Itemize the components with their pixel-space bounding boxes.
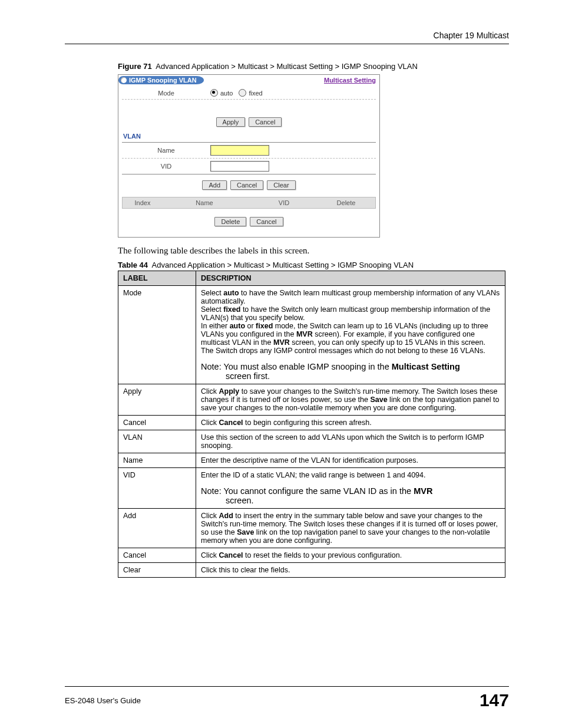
table-row: Apply Click Apply to save your changes t… [118, 384, 505, 416]
cancel-button[interactable]: Cancel [249, 117, 282, 127]
cancel3-button[interactable]: Cancel [250, 217, 283, 226]
vid-input[interactable] [210, 161, 269, 172]
col-delete: Delete [319, 199, 373, 206]
col-name: Name [160, 199, 249, 206]
table-row: Cancel Click Cancel to begin configuring… [118, 416, 505, 430]
table-row: VLAN Use this section of the screen to a… [118, 430, 505, 453]
radio-fixed[interactable] [239, 89, 246, 97]
mode-label: Mode [122, 90, 210, 97]
table-row: Name Enter the descriptive name of the V… [118, 453, 505, 468]
row-clear-label: Clear [118, 563, 196, 578]
table-row: Add Click Add to insert the entry in the… [118, 509, 505, 548]
row-add-desc: Click Add to insert the entry in the sum… [196, 509, 505, 548]
table-row: Mode Select auto to have the Switch lear… [118, 286, 505, 384]
figure-label: Figure 71 [118, 62, 152, 71]
apply-button[interactable]: Apply [216, 117, 246, 127]
name-input[interactable] [210, 145, 269, 156]
table-row: Cancel Click Cancel to reset the fields … [118, 548, 505, 563]
table-caption: Table 44 Advanced Application > Multicas… [118, 261, 509, 269]
radio-fixed-label: fixed [249, 90, 262, 97]
row-cancel2-label: Cancel [118, 548, 196, 563]
row-name-label: Name [118, 453, 196, 468]
th-label: LABEL [118, 271, 196, 286]
row-mode-desc: Select auto to have the Switch learn mul… [196, 286, 505, 384]
vlan-section-heading: VLAN [123, 133, 376, 140]
chapter-title: Chapter 19 Multicast [65, 31, 509, 40]
table-row: VID Enter the ID of a static VLAN; the v… [118, 468, 505, 509]
vid-label: VID [122, 163, 210, 170]
page-number: 147 [480, 690, 509, 710]
row-apply-desc: Click Apply to save your changes to the … [196, 384, 505, 416]
footer-guide: ES-2048 User's Guide [65, 696, 141, 705]
description-table: LABEL DESCRIPTION Mode Select auto to ha… [118, 271, 505, 578]
figure-caption-text: Advanced Application > Multicast > Multi… [156, 62, 418, 71]
row-cancel-label: Cancel [118, 416, 196, 430]
row-clear-desc: Click this to clear the fields. [196, 563, 505, 578]
figure-caption: Figure 71 Advanced Application > Multica… [118, 62, 509, 71]
row-cancel2-desc: Click Cancel to reset the fields to your… [196, 548, 505, 563]
add-button[interactable]: Add [202, 180, 227, 190]
clear-button[interactable]: Clear [267, 180, 295, 190]
col-vid: VID [249, 199, 319, 206]
th-desc: DESCRIPTION [196, 271, 505, 286]
list-header: Index Name VID Delete [122, 197, 376, 209]
multicast-setting-link[interactable]: Multicast Setting [324, 77, 376, 84]
cancel2-button[interactable]: Cancel [230, 180, 263, 190]
table-label: Table 44 [118, 261, 148, 269]
radio-auto[interactable] [210, 89, 218, 97]
row-cancel-desc: Click Cancel to begin configuring this s… [196, 416, 505, 430]
row-vid-label: VID [118, 468, 196, 509]
radio-auto-label: auto [220, 90, 233, 97]
table-caption-text: Advanced Application > Multicast > Multi… [152, 261, 414, 269]
row-name-desc: Enter the descriptive name of the VLAN f… [196, 453, 505, 468]
table-row: Clear Click this to clear the fields. [118, 563, 505, 578]
panel-tab: IGMP Snooping VLAN [118, 76, 204, 84]
delete-button[interactable]: Delete [214, 217, 246, 226]
row-vid-desc: Enter the ID of a static VLAN; the valid… [196, 468, 505, 509]
row-apply-label: Apply [118, 384, 196, 416]
col-index: Index [125, 199, 160, 206]
body-intro-text: The following table describes the labels… [118, 246, 509, 256]
row-vlan-desc: Use this section of the screen to add VL… [196, 430, 505, 453]
row-add-label: Add [118, 509, 196, 548]
screenshot-panel: IGMP Snooping VLAN Multicast Setting Mod… [118, 74, 380, 238]
row-mode-label: Mode [118, 286, 196, 384]
row-vlan-label: VLAN [118, 430, 196, 453]
header-rule [65, 44, 509, 44]
name-label: Name [122, 147, 210, 154]
